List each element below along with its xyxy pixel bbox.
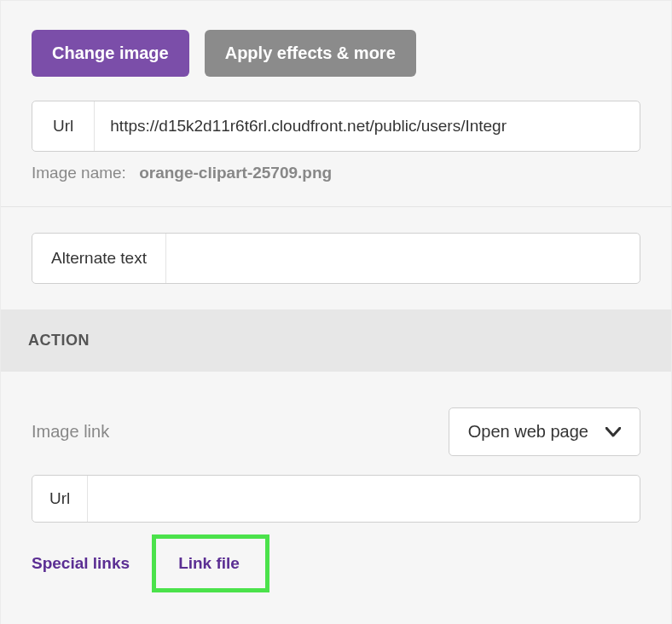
settings-panel: Change image Apply effects & more Url Im… xyxy=(0,0,672,624)
link-url-input[interactable] xyxy=(88,476,640,522)
link-url-label: Url xyxy=(32,476,88,522)
link-url-group: Url xyxy=(32,475,640,523)
image-link-label: Image link xyxy=(32,422,109,442)
apply-effects-button[interactable]: Apply effects & more xyxy=(205,30,416,77)
dropdown-selected-label: Open web page xyxy=(468,422,588,442)
special-links-row: Special links Link file xyxy=(32,534,640,592)
alt-text-label: Alternate text xyxy=(32,234,166,283)
button-row: Change image Apply effects & more xyxy=(32,30,640,77)
alt-text-input[interactable] xyxy=(166,234,640,283)
action-header: ACTION xyxy=(1,309,671,372)
image-section: Change image Apply effects & more Url Im… xyxy=(1,1,671,206)
image-link-dropdown[interactable]: Open web page xyxy=(449,407,640,456)
image-url-input[interactable] xyxy=(95,101,640,151)
chevron-down-icon xyxy=(605,427,621,437)
alt-section: Alternate text xyxy=(1,207,671,309)
image-url-label: Url xyxy=(32,101,95,151)
image-name-label: Image name: xyxy=(32,164,126,182)
image-name-value: orange-clipart-25709.png xyxy=(139,164,332,182)
image-link-row: Image link Open web page xyxy=(32,407,640,456)
link-file-highlight: Link file xyxy=(152,534,269,592)
special-links-link[interactable]: Special links xyxy=(32,554,130,573)
image-name-row: Image name: orange-clipart-25709.png xyxy=(32,164,640,182)
link-file-link[interactable]: Link file xyxy=(178,554,240,572)
action-section: Image link Open web page Url Special lin… xyxy=(1,372,671,616)
change-image-button[interactable]: Change image xyxy=(32,30,189,77)
alt-text-group: Alternate text xyxy=(32,233,640,284)
action-heading: ACTION xyxy=(28,332,644,350)
image-url-group: Url xyxy=(32,101,640,152)
